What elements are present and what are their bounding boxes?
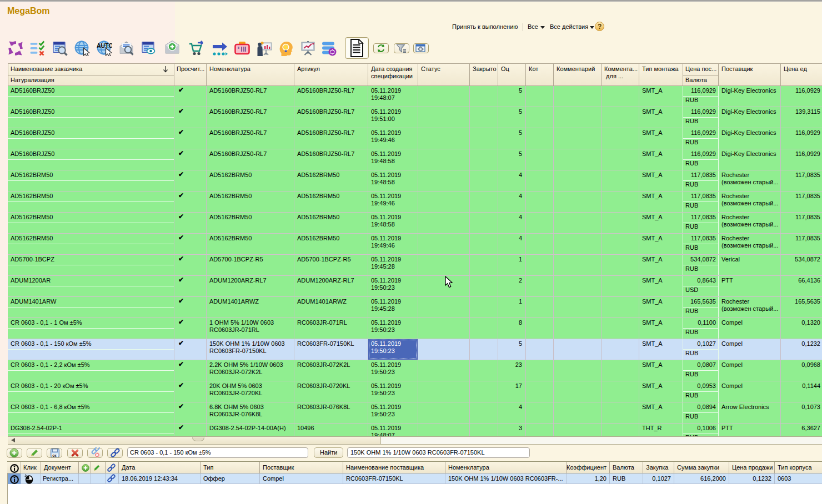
svg-text:AUTO: AUTO [97, 42, 112, 49]
svg-text:ок: ок [52, 453, 57, 457]
